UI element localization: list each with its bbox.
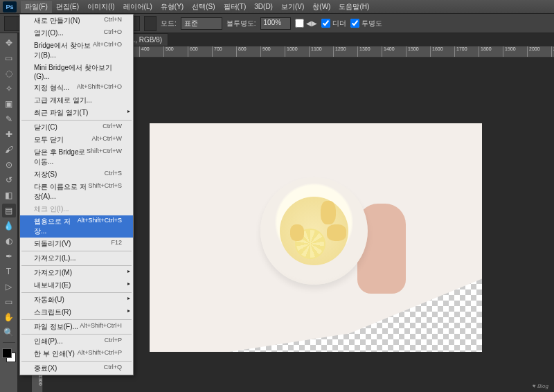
menu-help[interactable]: 도움말(H) bbox=[334, 1, 373, 13]
menu-item[interactable]: 고급 개체로 열기... bbox=[20, 94, 133, 107]
marquee-tool[interactable]: ▭ bbox=[2, 51, 16, 65]
image-layer bbox=[150, 123, 482, 352]
dither-checkbox[interactable]: 디더 bbox=[321, 19, 346, 28]
path-tool[interactable]: ▷ bbox=[2, 280, 16, 294]
menu-layer[interactable]: 레이어(L) bbox=[119, 1, 157, 13]
menu-item[interactable]: 닫은 후 Bridge로 이동...Shift+Ctrl+W bbox=[20, 146, 133, 168]
dodge-tool[interactable]: ◐ bbox=[2, 234, 16, 248]
zoom-tool[interactable]: 🔍 bbox=[2, 326, 16, 339]
menu-item[interactable]: 내보내기(E) bbox=[20, 279, 133, 292]
tool-preset[interactable] bbox=[4, 16, 21, 31]
tool-panel: ✥ ▭ ◌ ✧ ▣ ✎ ✚ 🖌 ⊙ ↺ ◧ ▤ 💧 ◐ ✒ T ▷ ▭ ✋ 🔍 bbox=[0, 33, 18, 392]
menu-3d[interactable]: 3D(D) bbox=[250, 1, 277, 12]
menu-bar: Ps 파일(F) 편집(E) 이미지(I) 레이어(L) 유형(Y) 선택(S)… bbox=[0, 0, 554, 14]
pen-tool[interactable]: ✒ bbox=[2, 249, 16, 263]
menu-item[interactable]: 가져오기(L)... bbox=[20, 252, 133, 265]
fg-color-icon bbox=[2, 348, 12, 358]
menu-item[interactable]: 최근 파일 열기(T) bbox=[20, 107, 133, 119]
type-tool[interactable]: T bbox=[2, 265, 16, 278]
color-swatches[interactable] bbox=[2, 348, 16, 362]
menu-item[interactable]: 되돌리기(V)F12 bbox=[20, 238, 133, 250]
mode-select[interactable]: 표준 bbox=[181, 17, 222, 30]
opacity-label: 불투명도: bbox=[226, 19, 256, 28]
gradient-diamond-icon[interactable] bbox=[144, 16, 157, 31]
menu-item[interactable]: 파일 정보(F)...Alt+Shift+Ctrl+I bbox=[20, 321, 133, 333]
move-tool[interactable]: ✥ bbox=[2, 36, 16, 50]
canvas[interactable] bbox=[150, 123, 482, 352]
reverse-checkbox[interactable]: ◀▶ bbox=[295, 19, 317, 28]
menu-item[interactable]: 한 부 인쇄(Y)Alt+Shift+Ctrl+P bbox=[20, 348, 133, 360]
heal-tool[interactable]: ✚ bbox=[2, 127, 16, 141]
watermark: ♥ Blog bbox=[533, 383, 548, 389]
menu-item[interactable]: 인쇄(P)...Ctrl+P bbox=[20, 335, 133, 348]
eyedropper-tool[interactable]: ✎ bbox=[2, 112, 16, 126]
menu-item: 체크 인(I)... bbox=[20, 203, 133, 215]
menu-image[interactable]: 이미지(I) bbox=[83, 1, 118, 13]
stamp-tool[interactable]: ⊙ bbox=[2, 158, 16, 172]
history-brush-tool[interactable]: ↺ bbox=[2, 173, 16, 187]
menu-item[interactable]: 종료(X)Ctrl+Q bbox=[20, 362, 133, 375]
menu-item[interactable]: 새로 만들기(N)Ctrl+N bbox=[20, 15, 133, 27]
menu-item[interactable]: 다른 이름으로 저장(A)...Shift+Ctrl+S bbox=[20, 181, 133, 203]
menu-file[interactable]: 파일(F) bbox=[21, 1, 52, 13]
gradient-tool[interactable]: ▤ bbox=[2, 204, 16, 217]
menu-item[interactable]: 스크립트(R) bbox=[20, 306, 133, 319]
menu-type[interactable]: 유형(Y) bbox=[157, 1, 188, 13]
app-logo: Ps bbox=[3, 1, 17, 12]
crop-tool[interactable]: ▣ bbox=[2, 97, 16, 111]
photo-ginger bbox=[327, 224, 346, 241]
menu-item[interactable]: 모두 닫기Alt+Ctrl+W bbox=[20, 134, 133, 146]
transparency-checkbox[interactable]: 투명도 bbox=[350, 19, 382, 28]
file-menu-dropdown: 새로 만들기(N)Ctrl+N열기(O)...Ctrl+OBridge에서 찾아… bbox=[19, 14, 134, 375]
menu-edit[interactable]: 편집(E) bbox=[52, 1, 83, 13]
photo-bowl bbox=[260, 177, 368, 285]
lasso-tool[interactable]: ◌ bbox=[2, 66, 16, 80]
menu-item[interactable]: 저장(S)Ctrl+S bbox=[20, 168, 133, 181]
menu-item[interactable]: 열기(O)...Ctrl+O bbox=[20, 27, 133, 39]
hand-tool[interactable]: ✋ bbox=[2, 310, 16, 324]
menu-item[interactable]: 자동화(U) bbox=[20, 294, 133, 306]
opacity-field[interactable]: 100% bbox=[260, 17, 291, 30]
menu-select[interactable]: 선택(S) bbox=[188, 1, 219, 13]
mode-label: 모드: bbox=[161, 19, 177, 28]
menu-item[interactable]: 웹용으로 저장...Alt+Shift+Ctrl+S bbox=[20, 215, 133, 238]
menu-item[interactable]: Bridge에서 찾아보기(B)...Alt+Ctrl+O bbox=[20, 39, 133, 62]
menu-item[interactable]: Mini Bridge에서 찾아보기(G)... bbox=[20, 62, 133, 82]
wand-tool[interactable]: ✧ bbox=[2, 82, 16, 96]
brush-tool[interactable]: 🖌 bbox=[2, 143, 16, 157]
menu-view[interactable]: 보기(V) bbox=[277, 1, 308, 13]
photo-ginger bbox=[321, 201, 336, 224]
photo-ginger bbox=[290, 224, 304, 241]
menu-filter[interactable]: 필터(T) bbox=[220, 1, 251, 13]
eraser-tool[interactable]: ◧ bbox=[2, 188, 16, 202]
shape-tool[interactable]: ▭ bbox=[2, 295, 16, 309]
menu-item[interactable]: 지정 형식...Alt+Shift+Ctrl+O bbox=[20, 82, 133, 94]
menu-window[interactable]: 창(W) bbox=[308, 1, 334, 13]
menu-item[interactable]: 닫기(C)Ctrl+W bbox=[20, 121, 133, 134]
blur-tool[interactable]: 💧 bbox=[2, 219, 16, 233]
menu-item[interactable]: 가져오기(M) bbox=[20, 267, 133, 279]
